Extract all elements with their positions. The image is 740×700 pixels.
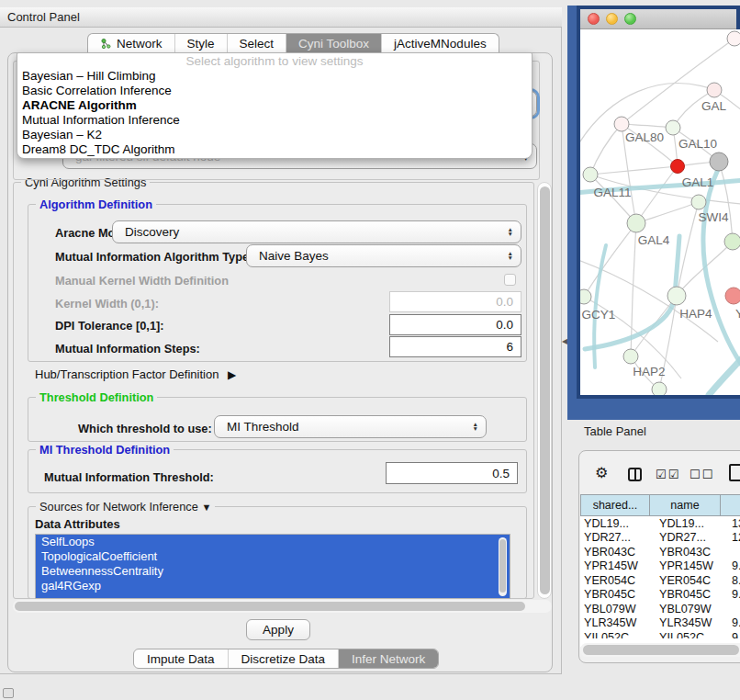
list-item-topologicalcoefficient[interactable]: TopologicalCoefficient — [36, 549, 510, 564]
hub-definition-toggle[interactable]: Hub/Transcription Factor Definition ▶ — [35, 367, 236, 381]
node-gal1[interactable] — [671, 160, 685, 174]
node-label: GAL1 — [682, 175, 714, 189]
table-row[interactable]: YDR27...YDR27...12 — [580, 531, 740, 546]
deselect-all-checkboxes-icon[interactable]: ☐☐ — [690, 468, 714, 481]
network-icon — [100, 38, 112, 50]
close-window-icon[interactable] — [588, 13, 600, 25]
tab-network[interactable]: Network — [88, 34, 174, 53]
expanded-arrow-icon[interactable]: ▼ — [201, 502, 211, 513]
node-green-right[interactable] — [724, 233, 740, 250]
popup-item-dream8[interactable]: Dream8 DC_TDC Algorithm — [17, 142, 532, 157]
node-gal-top[interactable] — [707, 83, 722, 97]
attribute-table: shared... name YDL19...YDL19...13 YDR27.… — [580, 494, 740, 647]
which-threshold-value: MI Threshold — [227, 420, 299, 434]
popup-item-bayesian-k2[interactable]: Bayesian – K2 — [17, 128, 532, 142]
list-vscrollbar-thumb[interactable] — [499, 539, 506, 593]
table-cell: YIL052C — [580, 631, 648, 638]
settings-vscrollbar-thumb[interactable] — [540, 186, 550, 594]
node-gal4[interactable] — [627, 214, 645, 232]
document-icon[interactable] — [729, 464, 740, 481]
tab-style[interactable]: Style — [174, 34, 227, 53]
tab-select[interactable]: Select — [227, 34, 286, 53]
gear-icon[interactable]: ⚙ — [595, 464, 608, 481]
node-label: GAL11 — [593, 186, 631, 199]
table-row[interactable]: YBR043CYBR043C — [580, 545, 740, 559]
aracne-mode-combobox[interactable]: Discovery ▲▼ — [112, 220, 521, 243]
table-cell: YDR27... — [648, 531, 718, 544]
table-row[interactable]: YDL19...YDL19...13 — [580, 516, 740, 531]
popup-item-basic-correlation[interactable]: Basic Correlation Inference — [17, 84, 532, 98]
table-cell: YER054C — [580, 574, 648, 587]
popup-item-mutual-information[interactable]: Mutual Information Inference — [17, 113, 532, 128]
data-attributes-list[interactable]: SelfLoops TopologicalCoefficient Between… — [35, 534, 510, 599]
node-hap4[interactable] — [667, 287, 686, 305]
node-gal80[interactable] — [614, 117, 629, 131]
table-body[interactable]: YDL19...YDL19...13 YDR27...YDR27...12 YB… — [580, 516, 740, 647]
node-gal11[interactable] — [583, 167, 598, 182]
list-item-partial[interactable] — [36, 593, 510, 599]
network-window-titlebar[interactable] — [580, 9, 736, 29]
kernel-width-field[interactable]: 0.0 — [389, 291, 521, 312]
control-panel-tabbar: Network Style Select Cyni Toolbox jActiv… — [87, 33, 499, 53]
control-panel-titlebar[interactable]: Control Panel — [0, 7, 562, 28]
table-row[interactable]: YIL052CYIL052C9. — [580, 630, 740, 638]
algorithm-dropdown-popup: Select algorithm to view settings Bayesi… — [17, 52, 533, 159]
table-row[interactable]: YBR045CYBR045C9. — [580, 588, 740, 603]
collapsed-arrow-icon: ▶ — [228, 368, 236, 381]
tab-cyni-toolbox[interactable]: Cyni Toolbox — [286, 34, 381, 53]
mi-threshold-field[interactable]: 0.5 — [386, 462, 518, 484]
node-salmon[interactable] — [725, 288, 740, 304]
tab-impute-data-label: Impute Data — [147, 652, 215, 666]
popup-placeholder: Select algorithm to view settings — [17, 53, 532, 69]
table-row[interactable]: YLR345WYLR345W9. — [580, 616, 740, 631]
node-unnamed-top[interactable] — [727, 31, 740, 46]
tab-network-label: Network — [117, 37, 163, 51]
table-row[interactable]: YBL079WYBL079W — [580, 602, 740, 616]
minimized-panel-icon[interactable] — [3, 688, 14, 698]
settings-hscrollbar[interactable] — [13, 600, 552, 613]
node-label: GCY1 — [582, 308, 616, 322]
table-hscrollbar[interactable] — [580, 643, 740, 657]
node-gcy1[interactable] — [580, 289, 591, 304]
tab-jactivemnodules[interactable]: jActiveMNodules — [381, 34, 499, 53]
apply-button[interactable]: Apply — [246, 619, 310, 640]
tab-discretize-data[interactable]: Discretize Data — [228, 649, 339, 668]
tab-infer-network[interactable]: Infer Network — [338, 649, 438, 668]
sources-title: Sources for Network Inference ▼ — [36, 500, 215, 514]
list-item-betweennesscentrality[interactable]: BetweennessCentrality — [36, 564, 510, 579]
zoom-window-icon[interactable] — [624, 13, 636, 25]
kernel-width-label: Kernel Width (0,1): — [55, 297, 159, 310]
select-all-checkboxes-icon[interactable]: ☑☑ — [656, 468, 680, 481]
network-graph: GAL GAL80 GAL10 GAL1 GAL11 SWI4 GAL4 GCY… — [580, 29, 740, 395]
column-header-cut[interactable] — [721, 494, 740, 516]
stepper-icon: ▲▼ — [508, 227, 513, 238]
node-hap2[interactable] — [623, 349, 638, 364]
mi-algorithm-type-combobox[interactable]: Naive Bayes ▲▼ — [246, 244, 521, 267]
column-header-shared[interactable]: shared... — [580, 494, 650, 516]
tab-impute-data[interactable]: Impute Data — [134, 649, 228, 668]
minimize-window-icon[interactable] — [606, 13, 618, 25]
split-columns-icon[interactable] — [628, 468, 642, 481]
list-vscrollbar[interactable] — [499, 537, 507, 596]
table-cell: 13 — [718, 517, 740, 530]
manual-kernel-width-checkbox[interactable] — [504, 274, 516, 286]
node-gray[interactable] — [710, 152, 728, 171]
node-bottom[interactable] — [652, 382, 667, 395]
settings-hscrollbar-thumb[interactable] — [15, 602, 525, 611]
node-swi4[interactable] — [691, 195, 706, 209]
column-header-name[interactable]: name — [650, 494, 721, 516]
dpi-tolerance-field[interactable]: 0.0 — [389, 314, 521, 335]
tab-infer-network-label: Infer Network — [352, 652, 425, 666]
list-item-gal4rgexp[interactable]: gal4RGexp — [36, 579, 510, 593]
network-canvas[interactable]: GAL GAL80 GAL10 GAL1 GAL11 SWI4 GAL4 GCY… — [580, 29, 740, 395]
table-hscrollbar-thumb[interactable] — [583, 645, 739, 655]
which-threshold-combobox[interactable]: MI Threshold ▲▼ — [214, 415, 487, 438]
mi-steps-field[interactable]: 6 — [389, 336, 521, 357]
list-item-selfloops[interactable]: SelfLoops — [36, 535, 510, 549]
table-row[interactable]: YER054CYER054C8. — [580, 573, 740, 588]
popup-item-aracne[interactable]: ARACNE Algorithm — [17, 98, 532, 113]
settings-vscrollbar[interactable] — [537, 182, 552, 599]
table-row[interactable]: YPR145WYPR145W9. — [580, 559, 740, 574]
node-gal10[interactable] — [666, 120, 680, 135]
popup-item-bayesian-hill-climbing[interactable]: Bayesian – Hill Climbing — [17, 69, 532, 84]
